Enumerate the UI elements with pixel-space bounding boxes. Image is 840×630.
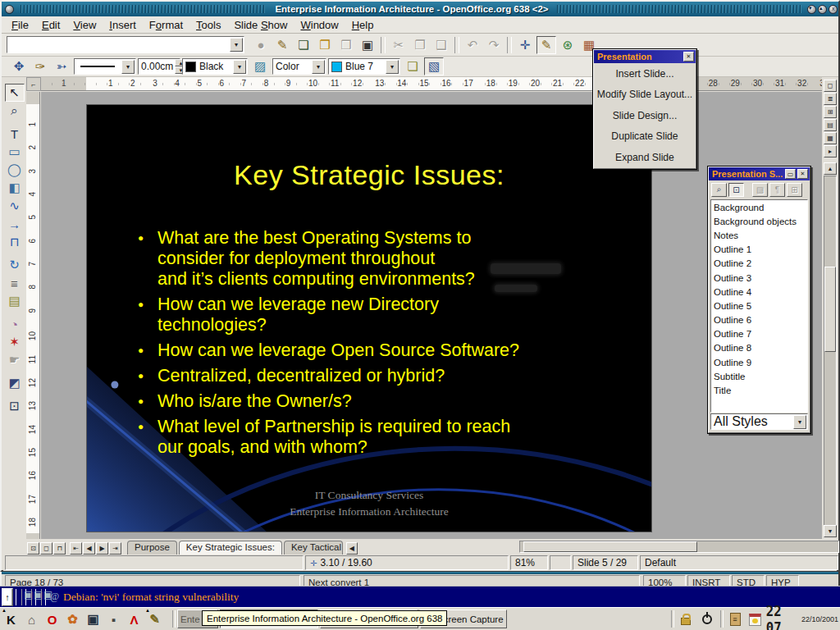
menu-item[interactable]: Edit xyxy=(35,17,66,33)
stylist-icon[interactable]: ✎ xyxy=(536,36,556,54)
close-button[interactable] xyxy=(829,5,838,14)
line-color-select[interactable]: Black xyxy=(182,58,248,75)
bullet-item[interactable]: ● Who is/are the Owner/s? xyxy=(138,391,622,412)
panel-clock[interactable]: 22 07 xyxy=(766,609,799,628)
text-tool-icon[interactable]: T xyxy=(5,125,25,143)
rectangle-tool-icon[interactable]: ▭ xyxy=(5,143,25,161)
interaction-tool-icon[interactable]: ☛ xyxy=(5,351,25,369)
lock-icon[interactable] xyxy=(678,611,694,628)
menu-item[interactable]: Insert xyxy=(103,17,143,33)
objects3d-tool-icon[interactable]: ◧ xyxy=(5,179,25,197)
outline-view-button[interactable]: ≣ xyxy=(824,93,837,105)
panel-date[interactable]: 22/10/2001 xyxy=(801,615,838,623)
kmenu-icon[interactable]: K xyxy=(2,610,21,629)
pen-icon[interactable]: ✑ xyxy=(30,57,50,75)
style-item[interactable]: Subtitle xyxy=(711,369,807,383)
url-combobox[interactable] xyxy=(7,36,244,53)
mini-app-icon[interactable]: ▪ xyxy=(104,610,123,629)
menu-item[interactable]: Help xyxy=(345,17,381,33)
style-item[interactable]: Background xyxy=(711,200,807,214)
opera-icon[interactable]: O xyxy=(43,610,62,629)
power-icon[interactable] xyxy=(699,611,715,628)
edit-file-icon[interactable]: ✎ xyxy=(272,36,292,54)
acrobat-icon[interactable]: Λ xyxy=(125,610,144,629)
status-template-cell[interactable]: Default xyxy=(640,555,838,570)
paragraph-styles-icon[interactable]: ⌕ xyxy=(711,183,727,197)
minimize-button[interactable] xyxy=(807,5,816,14)
style-item[interactable]: Outline 4 xyxy=(711,285,807,299)
style-item[interactable]: Outline 5 xyxy=(711,299,807,313)
status-slide-cell[interactable]: Slide 5 / 29 xyxy=(573,555,638,570)
arrow-style-icon[interactable]: ➳ xyxy=(52,57,71,75)
arrange-tool-icon[interactable]: ▤ xyxy=(5,292,25,310)
tab-scroll-left-icon[interactable]: ◀ xyxy=(346,542,358,555)
desktop-files-icon[interactable]: ⌂ xyxy=(22,610,41,629)
edit-points-icon[interactable]: ✥ xyxy=(9,57,29,75)
slide-mode-button[interactable]: ⊡ xyxy=(27,542,39,555)
vertical-scroll-thumb[interactable] xyxy=(824,267,836,352)
style-item[interactable]: Outline 3 xyxy=(711,271,807,285)
menu-item[interactable]: View xyxy=(66,17,103,33)
curve-tool-icon[interactable]: ∿ xyxy=(5,197,25,215)
calendar-icon[interactable] xyxy=(746,611,763,628)
news-item[interactable]: @ Debian: 'nvi' format string vulnerabil… xyxy=(48,591,250,604)
style-item[interactable]: Outline 7 xyxy=(711,327,807,341)
clipboard-icon[interactable]: ≡ xyxy=(727,611,743,628)
bullet-text[interactable]: What are the best Operating Systems to c… xyxy=(158,228,475,290)
presentation-menu-item[interactable]: Insert Slide... xyxy=(594,63,696,84)
new-style-icon[interactable]: ¶ xyxy=(769,183,785,197)
styles-filter-select[interactable]: All Styles xyxy=(710,413,808,430)
horizontal-scrollbar[interactable] xyxy=(519,541,839,553)
bullet-text[interactable]: How can we leverage Open Source Software… xyxy=(158,340,519,361)
fill-color-select[interactable]: Blue 7 xyxy=(328,58,400,75)
dropdown-arrow-icon[interactable] xyxy=(386,60,399,74)
save-icon[interactable]: ❒ xyxy=(336,36,356,54)
undo-icon[interactable]: ↶ xyxy=(463,36,482,54)
window-menu-knob[interactable] xyxy=(5,5,14,14)
bullet-text[interactable]: What level of Partnership is required to… xyxy=(158,417,510,458)
open-icon[interactable]: ❐ xyxy=(315,36,335,54)
bullet-text[interactable]: How can we leverage new Directory techno… xyxy=(158,294,439,336)
maximize-button[interactable] xyxy=(818,5,827,14)
alignment-tool-icon[interactable]: ≡ xyxy=(5,274,25,292)
prev-slide-button[interactable]: ◀ xyxy=(83,542,95,555)
ellipse-tool-icon[interactable]: ◯ xyxy=(5,161,25,179)
bullet-text[interactable]: Who is/are the Owner/s? xyxy=(158,391,352,412)
first-slide-button[interactable]: ⇤ xyxy=(70,542,82,555)
print-icon[interactable]: ▣ xyxy=(358,36,377,54)
new-document-icon[interactable]: ❏ xyxy=(294,36,313,54)
presentation-box-tool-icon[interactable]: ⊡ xyxy=(5,397,25,415)
butterfly-app-icon[interactable]: ✿ xyxy=(63,610,82,629)
dropdown-arrow-icon[interactable] xyxy=(793,415,806,429)
notes-view-button[interactable]: ▤ xyxy=(824,119,837,131)
presentation-menu-item[interactable]: Modify Slide Layout... xyxy=(594,84,696,106)
style-item[interactable]: Outline 1 xyxy=(711,243,807,257)
bullet-item[interactable]: ● How can we leverage Open Source Softwa… xyxy=(138,340,622,361)
presentation-menu-item[interactable]: Duplicate Slide xyxy=(594,126,696,148)
scroll-up-icon[interactable]: ▲ xyxy=(824,162,837,175)
close-icon[interactable] xyxy=(797,169,808,179)
horizontal-scroll-thumb[interactable] xyxy=(523,541,697,552)
shadow-icon[interactable]: ❏ xyxy=(403,57,422,75)
menu-item[interactable]: Window xyxy=(294,17,345,33)
palette-titlebar[interactable]: Presentation xyxy=(594,50,696,63)
dropdown-arrow-icon[interactable] xyxy=(233,60,246,74)
navigator-icon[interactable]: ✛ xyxy=(515,36,535,54)
layer-mode-button[interactable]: ⊓ xyxy=(53,542,66,555)
bullet-item[interactable]: ● How can we leverage new Directory tech… xyxy=(138,294,622,336)
status-position-cell[interactable]: ✛ 3.10 / 19.60 xyxy=(305,555,509,570)
stop-icon[interactable]: ● xyxy=(251,36,271,54)
slides-view-button[interactable]: ⊞ xyxy=(824,106,837,118)
style-item[interactable]: Outline 2 xyxy=(711,257,807,271)
monitor-app-icon[interactable]: ▣ xyxy=(84,610,103,629)
style-item[interactable]: Title xyxy=(711,383,807,397)
bullet-item[interactable]: ● What are the best Operating Systems to… xyxy=(138,228,622,290)
minimize-icon[interactable] xyxy=(785,169,796,179)
paste-icon[interactable]: ❑ xyxy=(431,36,451,54)
menu-item[interactable]: File xyxy=(5,17,35,33)
status-zoom-cell[interactable]: 81% xyxy=(510,555,548,570)
start-show-button[interactable]: ▸ xyxy=(824,145,837,158)
scroll-down-icon[interactable]: ▼ xyxy=(824,525,837,537)
rotation-mode-icon[interactable]: ▧ xyxy=(424,57,444,75)
fill-can-icon[interactable]: ▨ xyxy=(250,57,270,75)
